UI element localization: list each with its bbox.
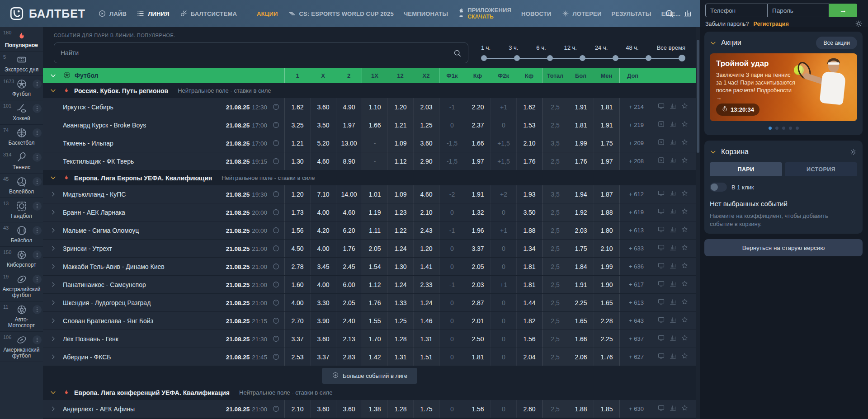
odds-cell[interactable]: 3.60	[310, 330, 336, 348]
odds-cell[interactable]: 1.91	[568, 98, 594, 116]
odds-cell[interactable]: 1.24	[413, 294, 439, 311]
odds-cell[interactable]: 1.81	[465, 348, 491, 366]
match-teams[interactable]: Мидтьюлланд - КуПС	[63, 191, 214, 198]
odds-cell[interactable]: 3.37	[465, 240, 491, 257]
match-info-icon[interactable]	[267, 245, 284, 252]
odds-cell[interactable]: 1.25	[387, 312, 413, 330]
register-link[interactable]: Регистрация	[754, 21, 789, 27]
match-info-icon[interactable]	[267, 335, 284, 343]
odds-cell[interactable]: 2.04	[516, 348, 542, 366]
odds-cell[interactable]: 1.20	[387, 98, 413, 116]
time-option-dot[interactable]	[646, 55, 651, 61]
sport-menu-button[interactable]	[33, 335, 42, 344]
match-row[interactable]: Бранн - АЕК Ларнака21.08.2520:001.734.00…	[43, 203, 696, 221]
odds-cell[interactable]: 1.99	[594, 258, 619, 275]
broadcast-icon[interactable]	[657, 298, 665, 307]
promo-banner[interactable]: Тройной удар Заключите 3 пари на теннис …	[710, 53, 857, 121]
odds-cell[interactable]: 1.46	[413, 312, 439, 330]
match-info-icon[interactable]	[267, 299, 284, 306]
odds-cell[interactable]: 1.60	[284, 276, 310, 293]
nav-item-apps[interactable]: ПРИЛОЖЕНИЯСКАЧАТЬ	[458, 7, 511, 20]
sidebar-item-flame[interactable]: 180Популярное	[0, 27, 43, 52]
odds-cell[interactable]: 1.42	[362, 348, 387, 366]
odds-cell[interactable]: 2.10	[594, 240, 619, 257]
odds-cell[interactable]: 1.25	[413, 116, 439, 134]
expand-match-button[interactable]	[43, 227, 63, 234]
collapse-league-button[interactable]	[43, 87, 63, 94]
more-markets-count[interactable]: + 214	[619, 98, 653, 116]
sidebar-item-handball[interactable]: 13Гандбол	[0, 198, 43, 222]
odds-cell[interactable]: 3.30	[310, 294, 336, 311]
sport-menu-button[interactable]	[33, 275, 42, 284]
odds-cell[interactable]: 1.56	[465, 400, 491, 418]
odds-cell[interactable]: 2.01	[465, 312, 491, 330]
one-click-toggle[interactable]	[710, 183, 727, 192]
banner-dot[interactable]	[775, 127, 778, 130]
odds-cell[interactable]: 14.00	[336, 185, 362, 203]
odds-cell[interactable]: 1.41	[413, 258, 439, 275]
match-info-icon[interactable]	[267, 139, 284, 147]
video-icon[interactable]	[657, 120, 665, 130]
odds-cell[interactable]: 1.22	[387, 221, 413, 239]
odds-cell[interactable]: 1.30	[387, 258, 413, 275]
match-teams[interactable]: Андерлехт - АЕК Афины	[63, 405, 214, 413]
time-option-dot[interactable]	[514, 55, 520, 61]
login-submit-button[interactable]: →	[829, 4, 857, 17]
odds-cell[interactable]: 1.90	[594, 276, 619, 293]
theme-toggle-icon[interactable]	[855, 20, 863, 28]
time-option-label[interactable]: 6 ч.	[536, 44, 546, 51]
banner-dot[interactable]	[789, 127, 792, 130]
odds-cell[interactable]: 1.55	[362, 312, 387, 330]
match-info-icon[interactable]	[267, 353, 284, 361]
odds-cell[interactable]: 1.81	[568, 116, 594, 134]
odds-cell[interactable]: 3.25	[284, 116, 310, 134]
match-teams[interactable]: Авангард Курск - Broke Boys	[63, 122, 214, 129]
odds-cell[interactable]: 1.24	[387, 276, 413, 293]
match-teams[interactable]: Тюмень - Ильпар	[63, 140, 214, 147]
odds-cell[interactable]: 2.87	[465, 294, 491, 311]
match-info-icon[interactable]	[267, 317, 284, 325]
match-teams[interactable]: Текстильщик - ФК Тверь	[63, 158, 214, 165]
basket-tab-history[interactable]: ИСТОРИЯ	[785, 162, 857, 176]
match-info-icon[interactable]	[267, 157, 284, 165]
odds-cell[interactable]: 1.01	[362, 185, 387, 203]
odds-cell[interactable]: 2.83	[336, 348, 362, 366]
odds-cell[interactable]: 3.60	[336, 400, 362, 418]
statistics-icon[interactable]	[669, 352, 677, 362]
odds-cell[interactable]: 2.90	[413, 152, 439, 170]
odds-cell[interactable]: 1.91	[568, 276, 594, 293]
odds-cell[interactable]: 1.99	[568, 134, 594, 152]
collapse-league-button[interactable]	[43, 389, 63, 396]
statistics-icon[interactable]	[669, 334, 677, 344]
all-promos-button[interactable]: Все акции	[816, 37, 857, 49]
odds-cell[interactable]: 6.20	[336, 221, 362, 239]
match-info-icon[interactable]	[267, 190, 284, 198]
odds-cell[interactable]: 1.91	[594, 116, 619, 134]
odds-cell[interactable]: 2.37	[465, 116, 491, 134]
odds-cell[interactable]: 1.62	[284, 98, 310, 116]
odds-cell[interactable]: 1.38	[362, 400, 387, 418]
more-markets-count[interactable]: + 643	[619, 312, 653, 330]
favorite-star-icon[interactable]	[681, 189, 689, 199]
favorite-star-icon[interactable]	[681, 262, 689, 271]
sport-menu-button[interactable]	[33, 128, 42, 137]
odds-cell[interactable]: 1.53	[516, 116, 542, 134]
more-markets-count[interactable]: + 630	[619, 400, 653, 418]
match-teams[interactable]: Абердин - ФКСБ	[63, 353, 214, 361]
more-markets-count[interactable]: + 627	[619, 348, 653, 366]
sidebar-item-american[interactable]: 106Американский футбол	[0, 332, 43, 362]
odds-cell[interactable]: 2.78	[284, 258, 310, 275]
expand-match-button[interactable]	[43, 191, 63, 198]
sidebar-item-tennis[interactable]: 314Теннис	[0, 149, 43, 174]
broadcast-icon[interactable]	[657, 226, 665, 235]
sidebar-item-ticket[interactable]: 5Экспресс дня	[0, 52, 43, 76]
expand-match-button[interactable]	[43, 281, 63, 288]
match-row[interactable]: Абердин - ФКСБ21.08.2521:452.533.372.831…	[43, 348, 696, 366]
odds-cell[interactable]: 1.51	[413, 348, 439, 366]
broadcast-icon[interactable]	[657, 102, 665, 112]
odds-cell[interactable]: 2.06	[568, 348, 594, 366]
odds-cell[interactable]: 1.31	[387, 348, 413, 366]
banner-dot[interactable]	[769, 127, 772, 130]
odds-cell[interactable]: 1.20	[284, 185, 310, 203]
match-teams[interactable]: Лех Познань - Генк	[63, 335, 214, 343]
